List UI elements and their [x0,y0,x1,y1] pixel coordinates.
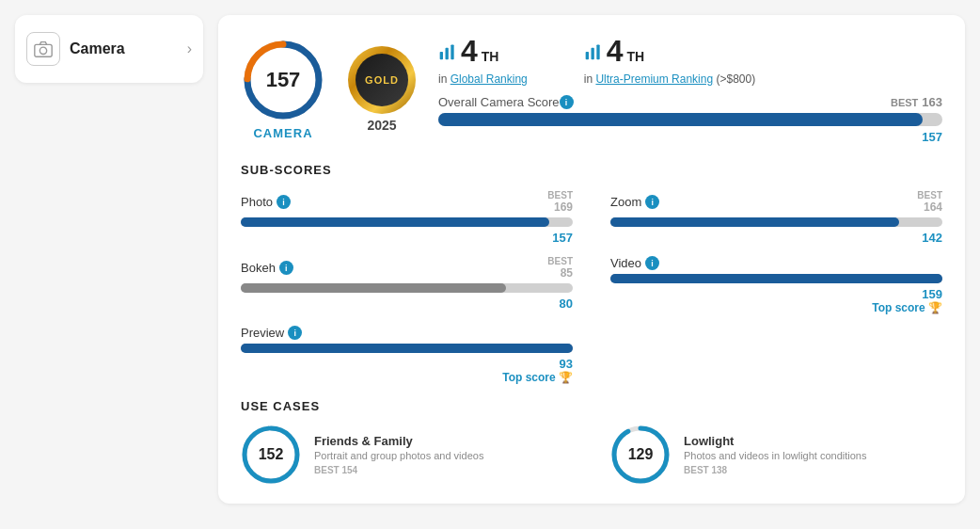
photo-bar-fill [241,217,549,227]
bokeh-score-value: 80 [241,297,573,311]
svg-rect-7 [450,45,453,60]
bar-chart-icon-2 [584,42,603,66]
preview-top-score-badge: Top score 🏆 [241,371,573,384]
video-top-score-badge: Top score 🏆 [610,301,942,314]
global-ranking: 4TH in Global Ranking [438,34,528,86]
svg-point-1 [40,47,46,54]
zoom-bar-fill [610,217,899,227]
use-cases-grid: 152 Friends & Family Portrait and group … [241,425,942,485]
preview-label: Preview i [241,326,302,340]
video-label: Video i [610,256,659,270]
svg-rect-10 [596,45,599,60]
photo-bar [241,217,573,227]
video-bar-fill [610,274,942,283]
bokeh-info-icon[interactable]: i [279,261,293,275]
bokeh-bar [241,283,573,293]
main-content: 157 CAMERA GOLD 2025 [218,15,965,504]
sidebar-label: Camera [70,40,178,57]
sub-scores-section: SUB-SCORES Photo i BEST 169 157 [241,163,942,384]
overall-score-value: 157 [438,130,942,144]
zoom-info-icon[interactable]: i [645,195,659,209]
photo-score-value: 157 [241,231,573,245]
use-cases-section: USE CASES 152 Friends & Family Portrait … [241,399,942,485]
photo-label: Photo i [241,195,291,209]
global-ranking-link[interactable]: Global Ranking [450,72,528,86]
use-case-friends-family: 152 Friends & Family Portrait and group … [241,425,573,485]
score-label: CAMERA [253,126,312,140]
sub-score-bokeh: Bokeh i BEST 85 80 [241,256,573,314]
rankings-row: 4TH in Global Ranking 4TH in U [438,34,942,86]
gold-badge: GOLD [348,46,416,114]
lowlight-name: Lowlight [684,434,866,448]
score-circle: 157 [241,38,325,122]
global-rank-number: 4 [461,34,478,69]
overall-score-number: 157 [266,68,301,92]
video-info-icon[interactable]: i [645,256,659,270]
overall-score-label: Overall Camera Score [438,95,560,109]
sub-score-video: Video i 159 Top score 🏆 [610,256,942,314]
chevron-right-icon: › [187,40,192,57]
header-row: 157 CAMERA GOLD 2025 [241,34,942,144]
sub-scores-title: SUB-SCORES [241,163,942,177]
overall-score-bar-fill [438,113,923,126]
zoom-label: Zoom i [610,195,659,209]
overall-best-value: 163 [922,95,942,109]
rankings-section: 4TH in Global Ranking 4TH in U [438,34,942,144]
camera-sidebar-icon [26,32,60,66]
zoom-bar [610,217,942,227]
ultra-rank-subtitle: in Ultra-Premium Ranking (>$800) [584,72,755,86]
gold-badge-container: GOLD 2025 [348,46,416,133]
svg-rect-8 [585,52,588,59]
lowlight-desc: Photos and videos in lowlight conditions [684,450,866,461]
preview-bar [241,344,573,353]
sub-score-zoom: Zoom i BEST 164 142 [610,190,942,245]
svg-rect-6 [446,48,449,60]
friends-family-info: Friends & Family Portrait and group phot… [314,434,483,475]
svg-rect-0 [35,44,52,56]
friends-family-name: Friends & Family [314,434,483,448]
ultra-rank-number: 4 [607,34,624,69]
lowlight-score: 129 [628,446,654,463]
score-circle-container: 157 CAMERA [241,38,325,140]
svg-rect-5 [440,52,443,59]
zoom-score-value: 142 [610,231,942,245]
friends-family-score: 152 [259,446,284,463]
lowlight-info: Lowlight Photos and videos in lowlight c… [684,434,866,475]
bokeh-bar-fill [241,283,506,293]
sub-score-preview: Preview i 93 Top score 🏆 [241,326,573,384]
friends-family-desc: Portrait and group photos and videos [314,450,483,461]
use-cases-title: USE CASES [241,399,942,413]
friends-family-best: BEST 154 [314,465,483,475]
preview-bar-fill [241,344,573,353]
friends-family-circle: 152 [241,425,301,485]
overall-score-info-icon[interactable]: i [560,95,574,109]
sub-score-photo: Photo i BEST 169 157 [241,190,573,245]
video-bar [610,274,942,283]
preview-info-icon[interactable]: i [288,326,302,340]
lowlight-best: BEST 138 [684,465,866,475]
use-case-lowlight: 129 Lowlight Photos and videos in lowlig… [610,425,942,485]
video-score-value: 159 Top score 🏆 [610,287,942,314]
lowlight-circle: 129 [610,425,671,485]
bar-chart-icon [438,42,457,66]
camera-sidebar-item[interactable]: Camera › [15,15,203,83]
gold-badge-text: GOLD [365,74,399,86]
overall-score-section: Overall Camera Score i BEST 163 157 [438,95,942,144]
photo-info-icon[interactable]: i [277,195,291,209]
global-rank-subtitle: in Global Ranking [438,72,528,86]
svg-rect-9 [591,48,593,60]
ultra-premium-ranking: 4TH in Ultra-Premium Ranking (>$800) [584,34,755,86]
sub-scores-grid: Photo i BEST 169 157 Zoom i [241,190,942,384]
ultra-premium-ranking-link[interactable]: Ultra-Premium Ranking [595,72,713,86]
badge-year: 2025 [367,118,396,133]
preview-score-value: 93 Top score 🏆 [241,357,573,384]
bokeh-label: Bokeh i [241,261,293,275]
overall-best-label: BEST [891,97,918,108]
ultra-rank-extra: (>$800) [716,72,755,86]
overall-score-bar [438,113,942,126]
